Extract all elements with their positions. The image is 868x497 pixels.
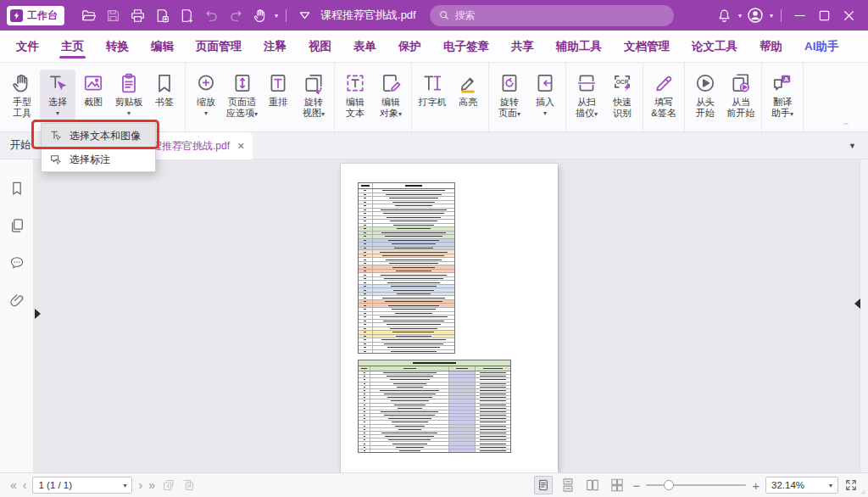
- edit-object-button[interactable]: 编辑对象▾: [373, 70, 409, 120]
- view-continuous-button[interactable]: [559, 476, 577, 494]
- view-facing-button[interactable]: [583, 476, 602, 494]
- menu-item[interactable]: 文档管理: [613, 31, 681, 62]
- zoom-button[interactable]: 缩放▾: [188, 70, 224, 120]
- print-button[interactable]: [125, 3, 150, 27]
- insert-page-button[interactable]: 插入▾: [527, 70, 563, 120]
- zoom-in-button[interactable]: +: [752, 479, 760, 492]
- left-panel-expand-handle[interactable]: [35, 309, 41, 319]
- minimize-button[interactable]: [787, 3, 812, 27]
- redo-button[interactable]: [224, 3, 248, 27]
- new-page-button[interactable]: [175, 3, 199, 27]
- next-page-button[interactable]: ›: [138, 479, 142, 491]
- toolbar-item-label: 打字机: [419, 97, 447, 108]
- menu-item[interactable]: 论文工具: [681, 31, 748, 62]
- play-start-button[interactable]: 从头开始: [687, 70, 723, 120]
- save-button[interactable]: [101, 3, 125, 27]
- open-file-button[interactable]: [76, 3, 101, 27]
- collapse-ribbon-icon[interactable]: [841, 120, 851, 127]
- maximize-button[interactable]: [812, 3, 837, 27]
- prev-page-button[interactable]: ‹: [23, 479, 27, 491]
- next-view-icon[interactable]: [181, 478, 196, 493]
- previous-view-icon[interactable]: [161, 478, 175, 493]
- view-single-page-button[interactable]: [534, 476, 553, 494]
- bookmark-button[interactable]: 书签: [147, 70, 182, 110]
- select-tool-icon: [47, 72, 69, 94]
- menu-item[interactable]: 页面管理: [185, 31, 253, 62]
- hand-tool-small-button[interactable]: [248, 3, 273, 27]
- first-page-button[interactable]: «: [10, 479, 17, 491]
- ocr-button[interactable]: OCR快速识别: [604, 70, 640, 120]
- scrollbar-track[interactable]: [860, 159, 868, 472]
- scanner-icon: [576, 72, 598, 94]
- titlebar: 工作台 ▾ 课程推荐官挑战.pdf 搜索 ▾ ▾: [0, 0, 868, 31]
- document-title: 课程推荐官挑战.pdf: [320, 8, 416, 23]
- select-tool-button[interactable]: 选择▾: [40, 70, 75, 120]
- translate-icon: A: [771, 72, 793, 94]
- menu-item[interactable]: 帮助: [748, 31, 793, 62]
- edit-text-button[interactable]: 编辑文本: [337, 70, 373, 120]
- chevron-down-icon[interactable]: ▾: [770, 12, 773, 20]
- zoom-slider[interactable]: [646, 479, 746, 491]
- page-fit-button[interactable]: 页面适应选项▾: [224, 70, 260, 120]
- hand-tool-button[interactable]: 手型工具: [4, 70, 40, 120]
- pdf-page[interactable]: [341, 164, 558, 472]
- menu-item[interactable]: 主页: [50, 31, 95, 62]
- statusbar: « ‹ 1 (1 / 1) ▾ › » − + 32.14% ▾: [0, 472, 868, 497]
- chevron-down-icon: ▾: [204, 110, 208, 117]
- last-page-button[interactable]: »: [148, 479, 155, 491]
- menu-item[interactable]: 转换: [95, 31, 140, 62]
- search-input[interactable]: 搜索: [430, 5, 674, 26]
- page-nav-flag-button[interactable]: [292, 3, 317, 27]
- menu-item-select-annotation[interactable]: 选择标注: [42, 148, 155, 171]
- right-panel-expand-handle[interactable]: [854, 299, 860, 309]
- svg-text:A: A: [784, 75, 789, 83]
- rotate-page-button[interactable]: 旋转页面▾: [492, 70, 527, 120]
- snapshot-button[interactable]: 截图: [75, 70, 111, 110]
- menu-item[interactable]: 电子签章: [432, 31, 500, 62]
- view-book-button[interactable]: [608, 476, 626, 494]
- pages-icon[interactable]: [8, 217, 25, 234]
- typewriter-button[interactable]: 打字机: [415, 70, 450, 110]
- page-number-dropdown[interactable]: 1 (1 / 1) ▾: [32, 477, 132, 494]
- zoom-out-button[interactable]: −: [632, 479, 640, 492]
- menu-item[interactable]: 共享: [500, 31, 545, 62]
- menu-item[interactable]: 表单: [342, 31, 387, 62]
- chevron-down-icon[interactable]: ▾: [738, 12, 742, 20]
- menu-item-select-text-and-images[interactable]: 选择文本和图像: [42, 124, 155, 148]
- hand-tool-small-icon: [253, 8, 269, 24]
- close-button[interactable]: [837, 3, 861, 27]
- highlight-button[interactable]: 高亮: [450, 70, 486, 110]
- chevron-down-icon[interactable]: ▾: [275, 12, 278, 20]
- bookmarks-icon[interactable]: [8, 180, 25, 197]
- rotate-view-button[interactable]: 旋转视图▾: [296, 70, 331, 120]
- notifications-button[interactable]: [712, 3, 737, 27]
- close-tab-icon[interactable]: ✕: [237, 141, 245, 152]
- tab-start[interactable]: 开始: [0, 138, 41, 153]
- menu-item[interactable]: 注释: [253, 31, 298, 62]
- menu-item[interactable]: 视图: [298, 31, 342, 62]
- translate-button[interactable]: A翻译助手▾: [765, 70, 800, 120]
- menu-item[interactable]: AI助手: [793, 31, 850, 62]
- menu-item[interactable]: 辅助工具: [545, 31, 613, 62]
- select-text-icon: [49, 129, 63, 142]
- clipboard-button[interactable]: 剪贴板▾: [111, 70, 147, 120]
- undo-button[interactable]: [199, 3, 224, 27]
- menu-item[interactable]: 文件: [5, 31, 50, 62]
- play-current-button[interactable]: 从当前开始: [723, 70, 759, 120]
- comments-icon[interactable]: [8, 254, 25, 271]
- reflow-button[interactable]: 重排: [260, 70, 296, 110]
- fill-sign-button[interactable]: 填写&签名: [646, 70, 682, 120]
- document-viewer[interactable]: [34, 159, 868, 472]
- main-area: [0, 159, 868, 472]
- export-page-button[interactable]: [150, 3, 175, 27]
- zoom-slider-knob[interactable]: [664, 480, 674, 490]
- tab-list-dropdown-icon[interactable]: ▼: [849, 142, 856, 150]
- attachments-icon[interactable]: [8, 292, 25, 309]
- menu-item[interactable]: 编辑: [140, 31, 185, 62]
- account-button[interactable]: [743, 3, 768, 27]
- workspace-button[interactable]: 工作台: [7, 6, 64, 25]
- zoom-level-dropdown[interactable]: 32.14% ▾: [765, 477, 838, 494]
- resize-grip[interactable]: [856, 485, 866, 495]
- menu-item[interactable]: 保护: [387, 31, 432, 62]
- scanner-button[interactable]: 从扫描仪▾: [569, 70, 604, 120]
